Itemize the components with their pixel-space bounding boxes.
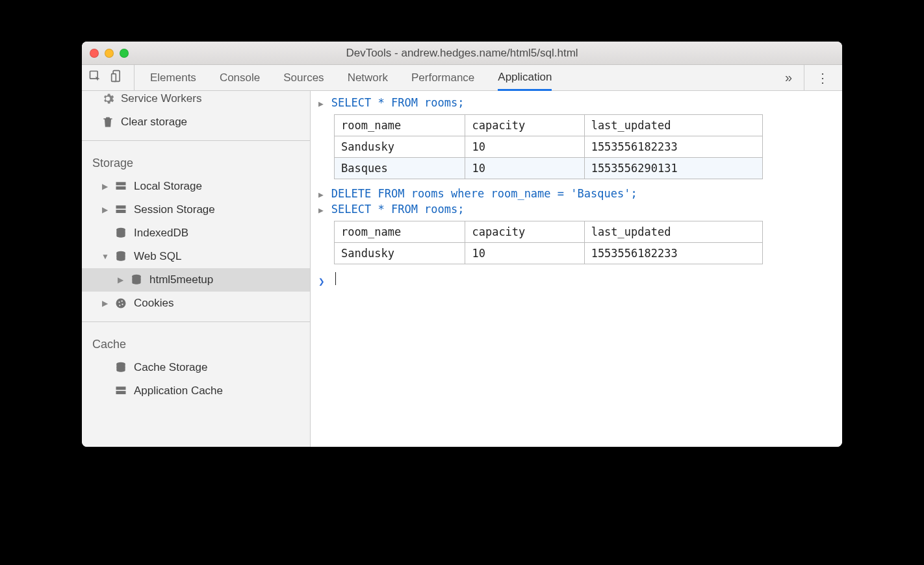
tab-list: Elements Console Sources Network Perform… [135, 65, 773, 90]
col-header: capacity [465, 115, 584, 136]
sql-statement: SELECT * FROM rooms; [331, 96, 465, 109]
col-header: last_updated [584, 115, 762, 136]
storage-icon [114, 180, 127, 193]
cell: 10 [465, 136, 584, 158]
storage-icon [114, 203, 127, 216]
console-entry: ▶ SELECT * FROM rooms; [311, 95, 842, 110]
sidebar-item-label: Clear storage [121, 116, 187, 129]
console-input-row[interactable]: ❯ [311, 271, 842, 289]
tab-application[interactable]: Application [498, 66, 552, 91]
cookie-icon [114, 297, 127, 310]
svg-point-10 [116, 299, 126, 308]
sidebar-item-indexeddb[interactable]: IndexedDB [82, 221, 310, 245]
col-header: room_name [335, 115, 465, 136]
device-toggle-icon[interactable] [110, 69, 123, 86]
cell: Sandusky [335, 136, 465, 158]
sidebar-item-web-sql[interactable]: ▼ Web SQL [82, 245, 310, 268]
sidebar-item-cache-storage[interactable]: Cache Storage [82, 356, 310, 379]
titlebar: DevTools - andrew.hedges.name/html5/sql.… [82, 42, 842, 65]
close-icon[interactable] [90, 49, 99, 58]
prompt-icon: ▶ [318, 99, 324, 108]
database-icon [130, 273, 143, 286]
fullscreen-icon[interactable] [120, 49, 129, 58]
tab-performance[interactable]: Performance [411, 65, 474, 90]
more-tabs-icon[interactable]: » [773, 70, 804, 85]
chevron-down-icon: ▼ [101, 252, 108, 261]
console-entry: ▶ SELECT * FROM rooms; [311, 201, 842, 217]
sidebar-item-label: Session Storage [134, 203, 215, 216]
devtools-window: DevTools - andrew.hedges.name/html5/sql.… [82, 42, 842, 447]
svg-rect-17 [116, 391, 126, 394]
svg-rect-2 [112, 74, 116, 82]
sidebar-item-html5meetup[interactable]: ▶ html5meetup [82, 268, 310, 292]
text-cursor [335, 272, 336, 285]
table-row[interactable]: Basques 10 1553556290131 [335, 158, 763, 179]
sidebar-item-local-storage[interactable]: ▶ Local Storage [82, 175, 310, 198]
sidebar-item-clear-storage[interactable]: Clear storage [82, 110, 310, 134]
col-header: capacity [465, 221, 584, 243]
storage-icon [114, 384, 127, 397]
sidebar-section-cache: Cache [82, 333, 310, 356]
content-area: Service Workers Clear storage Storage ▶ … [82, 91, 842, 447]
sidebar-item-cookies[interactable]: ▶ Cookies [82, 292, 310, 315]
sidebar-item-label: Application Cache [134, 384, 223, 397]
sidebar-section-storage: Storage [82, 151, 310, 175]
table-row[interactable]: Sandusky 10 1553556182233 [335, 136, 763, 158]
sidebar-item-label: Web SQL [134, 250, 181, 263]
result-table: room_name capacity last_updated Sandusky… [334, 221, 763, 264]
minimize-icon[interactable] [105, 49, 114, 58]
svg-rect-6 [116, 210, 126, 213]
sidebar-item-label: Local Storage [134, 180, 202, 193]
cell: 10 [465, 158, 584, 179]
database-icon [114, 361, 127, 374]
trash-icon [101, 116, 114, 129]
table-header: room_name capacity last_updated [335, 115, 763, 136]
application-sidebar: Service Workers Clear storage Storage ▶ … [82, 91, 311, 447]
database-icon [114, 227, 127, 240]
sidebar-item-label: Service Workers [121, 92, 201, 105]
cell: 1553556182233 [584, 243, 762, 264]
chevron-right-icon: ▶ [101, 182, 108, 191]
sidebar-item-session-storage[interactable]: ▶ Session Storage [82, 198, 310, 221]
prompt-icon: ▶ [318, 205, 324, 215]
svg-rect-3 [116, 182, 126, 185]
database-icon [114, 250, 127, 263]
sql-statement: SELECT * FROM rooms; [331, 203, 465, 216]
devtools-tabbar: Elements Console Sources Network Perform… [82, 65, 842, 91]
prompt-icon: ❯ [318, 275, 325, 288]
svg-point-11 [118, 301, 120, 303]
gear-icon [101, 92, 114, 105]
sql-statement: DELETE FROM rooms where room_name = 'Bas… [331, 187, 637, 200]
tab-sources[interactable]: Sources [283, 65, 324, 90]
svg-point-13 [122, 304, 123, 305]
cell: Basques [335, 158, 465, 179]
svg-rect-4 [116, 186, 126, 190]
table-header: room_name capacity last_updated [335, 221, 763, 243]
sql-console[interactable]: ▶ SELECT * FROM rooms; room_name capacit… [311, 91, 842, 447]
window-title: DevTools - andrew.hedges.name/html5/sql.… [82, 47, 842, 60]
svg-rect-5 [116, 205, 126, 208]
divider [82, 140, 310, 141]
toolbar-left [88, 65, 135, 90]
kebab-menu-icon[interactable]: ⋮ [804, 65, 836, 90]
table-row[interactable]: Sandusky 10 1553556182233 [335, 243, 763, 264]
sidebar-item-label: html5meetup [149, 273, 213, 286]
tab-network[interactable]: Network [348, 65, 388, 90]
svg-point-14 [119, 305, 120, 306]
divider [82, 321, 310, 322]
cell: Sandusky [335, 243, 465, 264]
chevron-right-icon: ▶ [117, 275, 123, 284]
console-entry: ▶ DELETE FROM rooms where room_name = 'B… [311, 186, 842, 201]
col-header: room_name [335, 221, 465, 243]
sidebar-item-label: Cache Storage [134, 361, 207, 374]
tab-elements[interactable]: Elements [150, 65, 196, 90]
inspect-icon[interactable] [88, 69, 101, 86]
sidebar-item-service-workers[interactable]: Service Workers [82, 91, 310, 110]
prompt-icon: ▶ [318, 190, 324, 199]
chevron-right-icon: ▶ [101, 205, 108, 214]
cell: 1553556182233 [584, 136, 762, 158]
cell: 10 [465, 243, 584, 264]
tab-console[interactable]: Console [220, 65, 260, 90]
traffic-lights [90, 49, 129, 58]
sidebar-item-application-cache[interactable]: Application Cache [82, 379, 310, 403]
